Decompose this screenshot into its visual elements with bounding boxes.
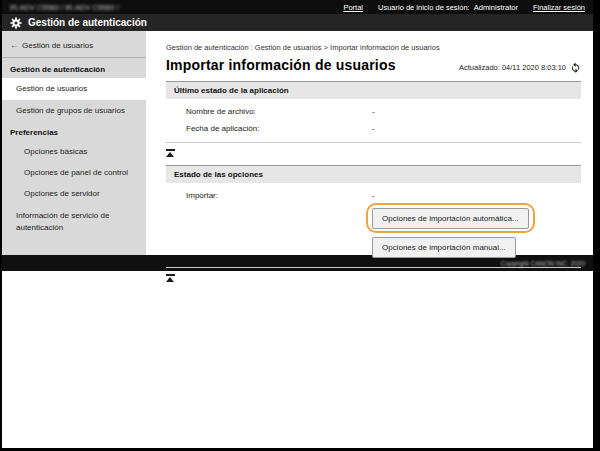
field-value-import: - xyxy=(372,191,375,200)
annotation-highlight-ring: Opciones de importación automática... xyxy=(366,203,535,233)
section-settings-status: Estado de las opciones xyxy=(166,165,581,183)
login-user-label: Usuario de inicio de sesión: xyxy=(378,3,470,12)
field-value-application-date: - xyxy=(372,124,375,133)
scroll-to-top-icon[interactable] xyxy=(166,274,175,282)
sidebar-section-auth-management: Gestión de autenticación xyxy=(2,58,146,78)
field-value-filename: - xyxy=(372,107,375,116)
sidebar-back-label: Gestión de usuarios xyxy=(22,41,93,50)
field-label-import: Importar: xyxy=(186,191,372,200)
device-name-blurred: iR-ADV C5560 / iR-ADV C5560 / xyxy=(10,3,119,12)
field-label-filename: Nombre de archivo: xyxy=(186,107,372,116)
sidebar-item-control-panel-settings[interactable]: Opciones de panel de control xyxy=(2,162,146,183)
main-content: Gestión de autenticación : Gestión de us… xyxy=(146,31,593,255)
sidebar-navigation: ← Gestión de usuarios Gestión de autenti… xyxy=(2,31,146,255)
login-session-info: Usuario de inicio de sesión: Administrat… xyxy=(378,3,518,12)
updated-timestamp: Actualizado: 04/11 2020 8:03:10 xyxy=(459,63,566,72)
portal-link[interactable]: Portal xyxy=(343,3,363,12)
auto-import-settings-button[interactable]: Opciones de importación automática... xyxy=(372,208,529,229)
sidebar-item-auth-service-info[interactable]: Información de servicio de autenticación xyxy=(2,204,146,240)
copyright-blurred: Copyright CANON INC. 2020 xyxy=(501,260,585,267)
remote-ui-window: iR-ADV C5560 / iR-ADV C5560 / Portal Usu… xyxy=(2,0,593,448)
field-label-application-date: Fecha de aplicación: xyxy=(186,124,372,133)
refresh-icon[interactable] xyxy=(570,62,581,73)
top-status-bar: iR-ADV C5560 / iR-ADV C5560 / Portal Usu… xyxy=(2,0,593,14)
login-user-name: Administrator xyxy=(474,3,518,12)
back-arrow-icon: ← xyxy=(10,41,18,50)
manual-import-settings-button[interactable]: Opciones de importación manual... xyxy=(372,237,516,258)
breadcrumb[interactable]: Gestión de autenticación : Gestión de us… xyxy=(166,43,581,52)
logout-link[interactable]: Finalizar sesión xyxy=(533,3,585,12)
sidebar-section-preferences: Preferencias xyxy=(2,121,146,141)
field-row-import: Importar: - xyxy=(166,191,581,200)
divider xyxy=(166,267,581,268)
section-last-application-status: Último estado de la aplicación xyxy=(166,81,581,99)
page-title: Importar información de usuarios xyxy=(166,57,396,73)
app-title-bar: Gestión de autenticación xyxy=(2,14,593,31)
field-row-application-date: Fecha de aplicación: - xyxy=(166,124,581,133)
screenshot-frame: iR-ADV C5560 / iR-ADV C5560 / Portal Usu… xyxy=(0,0,600,451)
sidebar-item-server-settings[interactable]: Opciones de servidor xyxy=(2,183,146,204)
sidebar-item-user-management[interactable]: Gestión de usuarios xyxy=(2,78,146,100)
empty-area xyxy=(2,271,593,448)
scroll-to-top-icon[interactable] xyxy=(166,149,175,157)
divider xyxy=(166,142,581,143)
gear-icon xyxy=(10,17,22,29)
sidebar-back-link[interactable]: ← Gestión de usuarios xyxy=(2,38,146,58)
app-title: Gestión de autenticación xyxy=(28,17,147,28)
sidebar-item-user-group-management[interactable]: Gestión de grupos de usuarios xyxy=(2,100,146,121)
sidebar-item-basic-settings[interactable]: Opciones básicas xyxy=(2,141,146,162)
field-row-filename: Nombre de archivo: - xyxy=(166,107,581,116)
